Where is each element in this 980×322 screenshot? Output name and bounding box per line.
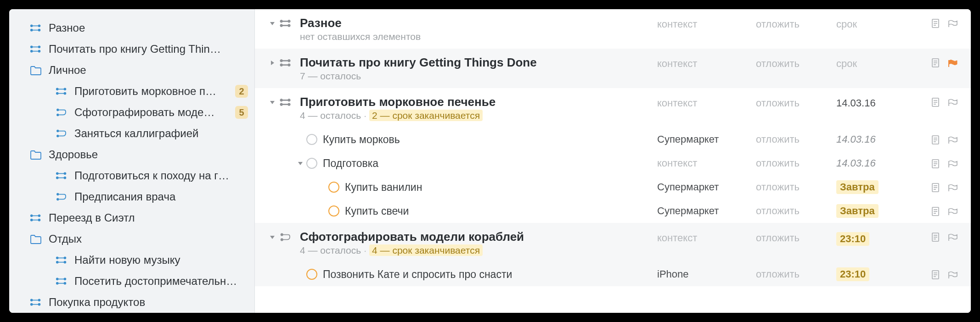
sidebar-item[interactable]: Здоровье (9, 144, 254, 165)
defer-column[interactable]: отложить (756, 18, 836, 30)
disclosure-triangle-icon[interactable] (297, 160, 304, 167)
sidebar-item[interactable]: Предписания врача (9, 186, 254, 207)
note-icon[interactable] (931, 135, 940, 144)
sidebar-item[interactable]: Сфотографировать моде…5 (9, 102, 254, 123)
context-column[interactable]: контекст (657, 58, 756, 70)
sidebar-item[interactable]: Почитать про книгу Getting Thin… (9, 39, 254, 60)
sidebar-item[interactable]: Отдых (9, 228, 254, 250)
defer-column[interactable]: отложить (756, 268, 836, 280)
flag-icon[interactable] (948, 19, 958, 27)
due-column[interactable]: срок (836, 58, 917, 70)
context-column[interactable]: Супермаркет (657, 205, 756, 217)
sidebar-item-label: Посетить достопримечательн… (74, 275, 248, 288)
defer-column[interactable]: отложить (756, 97, 836, 109)
sidebar-item[interactable]: Разное (9, 17, 254, 39)
due-column[interactable]: 23:10 (836, 267, 917, 281)
sidebar-item-label: Разное (49, 22, 248, 34)
task-row[interactable]: Купить морковьСупермаркетотложить14.03.1… (269, 128, 958, 151)
sidebar-item[interactable]: Найти новую музыку (9, 250, 254, 271)
flag-icon[interactable] (948, 58, 958, 67)
disclosure-triangle-icon[interactable] (269, 20, 276, 27)
disclosure-triangle-icon[interactable] (269, 233, 276, 241)
flag-icon[interactable] (948, 270, 958, 278)
task-checkbox[interactable] (328, 205, 339, 217)
task-checkbox[interactable] (306, 269, 317, 280)
due-column[interactable]: 14.03.16 (836, 133, 917, 145)
due-column[interactable]: Завтра (836, 180, 917, 194)
project-title: Приготовить морковное печенье (300, 94, 657, 109)
defer-column[interactable]: отложить (756, 205, 836, 217)
task-row[interactable]: Подготовкаконтекстотложить14.03.16 (269, 151, 958, 175)
due-column[interactable]: 14.03.16 (836, 97, 917, 109)
disclosure-triangle-icon[interactable] (269, 99, 276, 106)
note-icon[interactable] (931, 97, 940, 106)
note-icon[interactable] (931, 232, 940, 241)
flag-icon[interactable] (948, 233, 958, 241)
defer-column[interactable]: отложить (756, 133, 836, 145)
task-checkbox[interactable] (306, 158, 317, 169)
project-header-row[interactable]: Разноенет оставшихся элементовконтекстот… (269, 9, 958, 49)
context-column[interactable]: Супермаркет (657, 133, 756, 145)
sidebar-item[interactable]: Покупка продуктов (9, 292, 254, 313)
task-row[interactable]: Купить ванилинСупермаркетотложитьЗавтра (269, 175, 958, 199)
project-header-row[interactable]: Сфотографировать модели кораблей4 — оста… (269, 223, 958, 262)
note-icon[interactable] (931, 18, 940, 28)
svg-point-8 (38, 46, 41, 49)
context-column[interactable]: iPhone (657, 268, 756, 280)
folder-icon (29, 150, 42, 160)
context-column[interactable]: контекст (657, 97, 756, 109)
note-icon[interactable] (931, 206, 940, 216)
parallel-icon (55, 171, 68, 181)
sidebar-item-label: Здоровье (49, 148, 248, 161)
defer-column[interactable]: отложить (756, 58, 836, 70)
sidebar-item[interactable]: Переезд в Сиэтл (9, 207, 254, 228)
flag-icon[interactable] (948, 98, 958, 106)
task-row[interactable]: Купить свечиСупермаркетотложитьЗавтра (269, 199, 958, 223)
flag-icon[interactable] (948, 183, 958, 191)
svg-point-29 (56, 198, 59, 200)
context-column[interactable]: контекст (657, 18, 756, 30)
defer-column[interactable]: отложить (756, 181, 836, 193)
sidebar-item[interactable]: Личное (9, 60, 254, 81)
svg-point-102 (281, 239, 283, 241)
note-icon[interactable] (931, 183, 940, 192)
due-column[interactable]: Завтра (836, 204, 917, 218)
flag-icon[interactable] (948, 135, 958, 144)
disclosure-triangle-icon[interactable] (269, 59, 276, 67)
due-column[interactable]: срок (836, 18, 917, 30)
context-column[interactable]: контекст (657, 157, 756, 169)
task-checkbox[interactable] (328, 182, 339, 193)
context-column[interactable]: контекст (657, 232, 756, 244)
context-column[interactable]: Супермаркет (657, 181, 756, 193)
flag-icon[interactable] (948, 207, 958, 215)
sidebar-item[interactable]: Посетить достопримечательн… (9, 271, 254, 292)
sidebar-item[interactable]: Приготовить морковное п…2 (9, 81, 254, 102)
defer-column[interactable]: отложить (756, 157, 836, 169)
sidebar-item[interactable]: Подготовиться к походу на г… (9, 165, 254, 186)
project-title: Разное (300, 15, 657, 30)
note-icon[interactable] (931, 270, 940, 279)
svg-point-20 (56, 130, 59, 132)
task-row[interactable]: Позвонить Кате и спросить про снастиiPho… (269, 262, 958, 286)
svg-point-53 (38, 303, 41, 306)
note-icon[interactable] (931, 58, 940, 67)
project-title: Почитать про книгу Getting Things Done (300, 54, 657, 70)
task-checkbox[interactable] (306, 134, 317, 145)
project-header-row[interactable]: Приготовить морковное печенье4 — осталос… (269, 88, 958, 128)
sidebar-item-label: Почитать про книгу Getting Thin… (49, 43, 248, 56)
sidebar-item[interactable]: Заняться каллиграфией (9, 123, 254, 144)
parallel-icon (55, 255, 68, 265)
project-header-row[interactable]: Почитать про книгу Getting Things Done7 … (269, 49, 958, 88)
svg-point-50 (38, 299, 41, 302)
defer-column[interactable]: отложить (756, 232, 836, 244)
due-column[interactable]: 14.03.16 (836, 157, 917, 169)
parallel-icon (29, 23, 42, 33)
note-icon[interactable] (931, 159, 940, 168)
task-title: Позвонить Кате и спросить про снасти (323, 268, 657, 281)
flag-icon[interactable] (948, 159, 958, 167)
project-subtitle: 7 — осталось (300, 71, 657, 88)
svg-point-27 (64, 177, 67, 179)
parallel-icon (279, 17, 293, 29)
sequential-icon (55, 128, 68, 139)
due-column[interactable]: 23:10 (836, 232, 917, 246)
